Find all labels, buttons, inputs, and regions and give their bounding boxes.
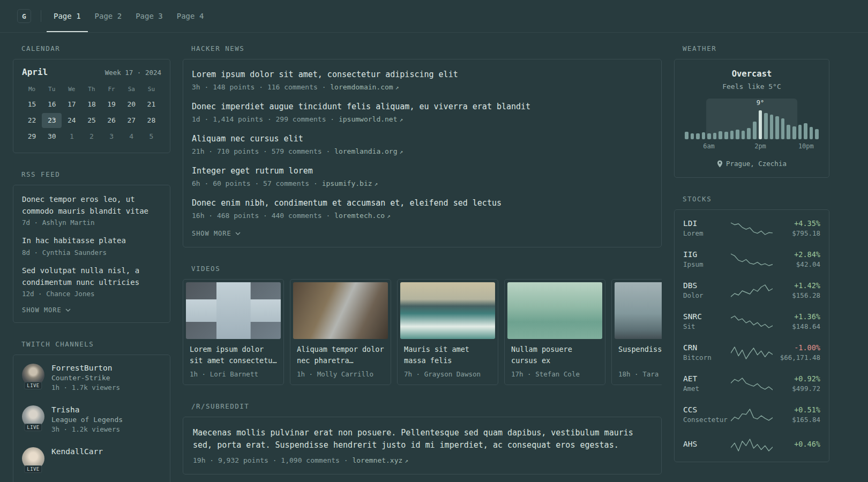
rss-item-title[interactable]: Donec tempor eros leo, ut commodo mauris… <box>22 194 161 217</box>
stock-name: Consectetur <box>683 416 730 424</box>
rss-list: Donec tempor eros leo, ut commodo mauris… <box>22 194 161 298</box>
stock-values: +4.35% $795.18 <box>773 219 820 237</box>
video-title[interactable]: Mauris sit amet massa felis <box>404 344 491 366</box>
hackernews-item-domain[interactable]: loremlandia.org↗ <box>334 147 403 155</box>
calendar-day: 28 <box>141 113 161 128</box>
video-meta: 18h · Tara <box>618 370 662 378</box>
rss-item-meta: 12d · Chance Jones <box>22 290 161 298</box>
domain-label: loremlandia.org <box>334 147 397 155</box>
stock-row[interactable]: LDI Lorem +4.35% $795.18 <box>675 213 829 244</box>
rss-item: In hac habitasse platea 8d · Cynthia Sau… <box>22 235 161 257</box>
hackernews-item-title[interactable]: Aliquam nec cursus elit <box>192 133 653 145</box>
twitch-card: LIVE ForrestBurton Counter-Strike 1h · 1… <box>13 355 170 482</box>
domain-label: ipsumworld.net <box>339 115 398 123</box>
calendar-day: 18 <box>81 97 101 112</box>
hackernews-item-title[interactable]: Lorem ipsum dolor sit amet, consectetur … <box>192 69 653 80</box>
stock-row[interactable]: CRN Bitcorn -1.00% $66,171.48 <box>675 337 829 368</box>
stock-values: +2.84% $42.04 <box>773 250 820 268</box>
subreddit-post-text[interactable]: Maecenas mollis pulvinar erat non posuer… <box>193 427 652 452</box>
video-title[interactable]: Nullam posuere cursus ex <box>511 344 598 366</box>
weekday-label: Sa <box>122 86 141 93</box>
calendar-day: 1 <box>62 129 81 144</box>
rss-item-title[interactable]: Sed volutpat nulla nisl, a condimentum n… <box>22 265 161 288</box>
stock-values: +0.46% <box>773 440 820 450</box>
hackernews-show-more-button[interactable]: SHOW MORE <box>192 230 653 237</box>
video-meta: 1h · Molly Carrillo <box>297 370 384 378</box>
hackernews-widget: HACKER NEWS Lorem ipsum dolor sit amet, … <box>183 44 662 247</box>
rss-show-more-button[interactable]: SHOW MORE <box>22 306 161 314</box>
live-badge: LIVE <box>24 424 42 431</box>
hackernews-item-title[interactable]: Donec enim nibh, condimentum et accumsan… <box>192 198 653 209</box>
page-tab[interactable]: Page 1 <box>47 0 88 32</box>
video-card[interactable]: Lorem ipsum dolor sit amet consectetu… 1… <box>183 279 284 385</box>
subreddit-post-domain[interactable]: loremnet.xyz↗ <box>352 456 408 464</box>
stock-row[interactable]: SNRC Sit +1.36% $148.64 <box>675 306 829 337</box>
weather-bar <box>707 133 711 139</box>
calendar-day: 26 <box>102 113 122 128</box>
hackernews-item-meta: 1d · 1,414 points · 299 comments · ipsum… <box>192 115 653 123</box>
video-card[interactable]: Mauris sit amet massa felis 7h · Grayson… <box>397 279 498 385</box>
stock-row[interactable]: AHS +0.46% <box>675 430 829 459</box>
hackernews-item-domain[interactable]: ipsumworld.net↗ <box>339 115 403 123</box>
stocks-widget: STOCKS LDI Lorem +4.35% $795.18 <box>674 195 829 462</box>
video-title[interactable]: Suspendisse diam <box>618 344 662 366</box>
external-link-icon: ↗ <box>395 84 399 91</box>
stock-values: +0.51% $165.84 <box>773 405 820 424</box>
video-thumbnail[interactable] <box>400 282 495 339</box>
stock-identity: IIG Ipsum <box>683 250 730 268</box>
video-thumbnail[interactable] <box>507 282 602 339</box>
calendar-day: 25 <box>81 113 101 128</box>
stock-sparkline <box>731 313 773 329</box>
hackernews-item-domain[interactable]: ipsumify.biz↗ <box>322 179 378 187</box>
calendar-widget-title: CALENDAR <box>21 44 170 52</box>
stock-values: +1.42% $156.28 <box>773 281 820 299</box>
twitch-channel-row[interactable]: LIVE Trisha League of Legends 3h · 1.2k … <box>22 405 161 436</box>
video-meta: 17h · Stefan Cole <box>511 370 598 378</box>
channel-name[interactable]: ForrestBurton <box>51 364 120 372</box>
logo-divider <box>41 10 41 22</box>
channel-name[interactable]: KendallCarr <box>51 447 103 456</box>
hackernews-item: Aliquam nec cursus elit 21h · 710 points… <box>192 133 653 155</box>
twitch-channel-row[interactable]: LIVE KendallCarr <box>22 447 161 478</box>
show-more-label: SHOW MORE <box>22 306 62 314</box>
channel-name[interactable]: Trisha <box>51 405 123 414</box>
stock-row[interactable]: DBS Dolor +1.42% $156.28 <box>675 275 829 306</box>
rss-item-title[interactable]: In hac habitasse platea <box>22 235 161 247</box>
stock-identity: CRN Bitcorn <box>683 343 730 362</box>
subreddit-card: Maecenas mollis pulvinar erat non posuer… <box>183 417 662 475</box>
stock-name: Bitcorn <box>683 353 730 362</box>
rss-item: Sed volutpat nulla nisl, a condimentum n… <box>22 265 161 298</box>
hackernews-item-domain[interactable]: loremdomain.com↗ <box>330 83 399 91</box>
calendar-day: 4 <box>122 129 141 144</box>
video-card[interactable]: Suspendisse diam 18h · Tara <box>611 279 662 385</box>
calendar-day: 2 <box>81 129 101 144</box>
stock-row[interactable]: AET Amet +0.92% $499.72 <box>675 368 829 399</box>
hackernews-item-title[interactable]: Integer eget rutrum lorem <box>192 165 653 177</box>
stock-name: Sit <box>683 322 730 330</box>
page-tab[interactable]: Page 2 <box>88 0 129 32</box>
video-title[interactable]: Lorem ipsum dolor sit amet consectetu… <box>190 344 277 366</box>
hackernews-item-domain[interactable]: loremtech.co↗ <box>334 212 391 220</box>
app-logo[interactable]: G <box>17 9 31 23</box>
weather-peak-label: 9° <box>757 99 764 107</box>
stock-row[interactable]: IIG Ipsum +2.84% $42.04 <box>675 244 829 275</box>
hackernews-item-title[interactable]: Donec imperdiet augue tincidunt felis al… <box>192 101 653 112</box>
page-tab[interactable]: Page 4 <box>170 0 211 32</box>
stock-row[interactable]: CCS Consectetur +0.51% $165.84 <box>675 399 829 430</box>
video-thumbnail[interactable] <box>186 282 281 339</box>
twitch-channel-row[interactable]: LIVE ForrestBurton Counter-Strike 1h · 1… <box>22 364 161 395</box>
video-card[interactable]: Nullam posuere cursus ex 17h · Stefan Co… <box>504 279 605 385</box>
calendar-week-info: Week 17 · 2024 <box>105 69 161 77</box>
video-thumbnail[interactable] <box>293 282 388 339</box>
stock-symbol: CCS <box>683 405 730 414</box>
weather-widget-title: WEATHER <box>683 44 829 52</box>
video-thumbnail[interactable] <box>615 282 662 339</box>
video-title[interactable]: Aliquam tempor dolor nec pharetra… <box>297 344 384 366</box>
show-more-label: SHOW MORE <box>192 230 231 237</box>
stock-name: Dolor <box>683 291 730 299</box>
page-tab[interactable]: Page 3 <box>129 0 170 32</box>
stock-symbol: LDI <box>683 219 730 228</box>
stock-name: Amet <box>683 385 730 393</box>
video-card[interactable]: Aliquam tempor dolor nec pharetra… 1h · … <box>290 279 391 385</box>
stock-price: $148.64 <box>773 322 820 330</box>
